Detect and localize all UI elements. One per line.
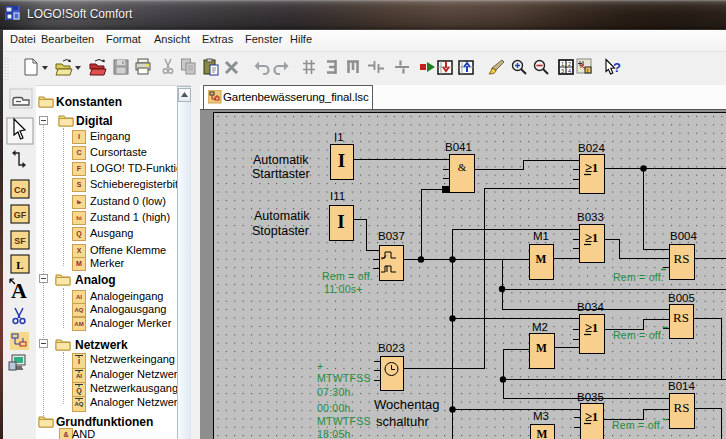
svg-text:RS: RS	[674, 400, 690, 415]
svg-text:I1: I1	[334, 131, 344, 143]
svg-text:Rem = off.: Rem = off.	[613, 329, 664, 341]
svg-text:I11: I11	[330, 190, 345, 202]
svg-text:MTWTFSS: MTWTFSS	[317, 415, 371, 427]
svg-text:07:30h.: 07:30h.	[317, 386, 354, 398]
svg-text:M1: M1	[533, 230, 549, 242]
svg-text:M: M	[537, 428, 548, 439]
svg-text:RS: RS	[674, 251, 690, 266]
svg-text:B037: B037	[378, 230, 405, 242]
svg-text:Automatik: Automatik	[254, 209, 310, 223]
svg-text:B004: B004	[670, 230, 697, 242]
svg-text:M3: M3	[533, 410, 549, 422]
svg-text:Rem = off.: Rem = off.	[322, 270, 373, 282]
svg-text:B024: B024	[578, 142, 605, 154]
svg-text:RS: RS	[673, 310, 689, 325]
svg-text:Wochentag: Wochentag	[374, 397, 440, 412]
svg-text:schaltuhr: schaltuhr	[376, 414, 429, 429]
svg-text:Rem = off.: Rem = off.	[612, 419, 663, 431]
svg-text:Automatik: Automatik	[253, 153, 309, 167]
svg-text:B005: B005	[668, 292, 695, 304]
svg-text:B034: B034	[577, 301, 604, 313]
svg-text:Stoptaster: Stoptaster	[252, 224, 309, 238]
svg-text:11:00s+: 11:00s+	[324, 283, 363, 295]
svg-text:MTWTFSS: MTWTFSS	[317, 372, 371, 384]
svg-text:I: I	[337, 211, 344, 232]
svg-text:I: I	[338, 150, 345, 171]
svg-text:M2: M2	[532, 321, 548, 333]
svg-text:Starttaster: Starttaster	[252, 167, 310, 181]
svg-text:+: +	[317, 360, 323, 372]
svg-text:18:05h: 18:05h	[317, 428, 351, 439]
svg-text:&: &	[458, 161, 467, 173]
svg-text:00:00h.: 00:00h.	[317, 402, 354, 414]
svg-text:B041: B041	[445, 141, 472, 153]
svg-text:B035: B035	[577, 391, 604, 403]
svg-text:≥1: ≥1	[585, 320, 599, 335]
svg-text:B014: B014	[668, 380, 695, 392]
svg-text:B023: B023	[378, 342, 405, 354]
svg-text:Rem = off.: Rem = off.	[613, 271, 664, 283]
svg-text:≥1: ≥1	[585, 409, 599, 424]
svg-text:M: M	[536, 253, 547, 265]
svg-text:M: M	[536, 342, 547, 354]
svg-text:≥1: ≥1	[585, 160, 599, 175]
svg-text:≥1: ≥1	[585, 230, 599, 245]
svg-text:B033: B033	[577, 211, 604, 223]
